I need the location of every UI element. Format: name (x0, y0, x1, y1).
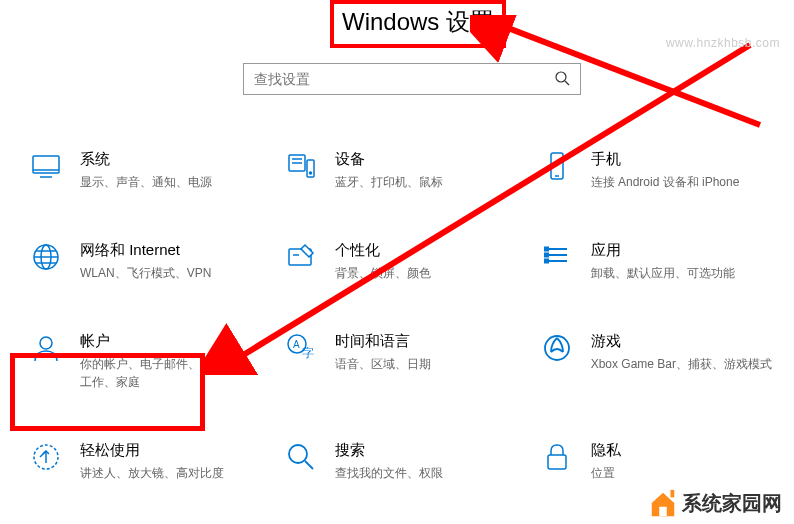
search-icon[interactable] (554, 70, 570, 89)
setting-phone[interactable]: 手机 连接 Android 设备和 iPhone (539, 150, 784, 191)
svg-rect-39 (671, 490, 675, 498)
gaming-icon (539, 332, 575, 368)
svg-rect-22 (545, 248, 548, 251)
search-input[interactable] (254, 71, 554, 87)
time-language-icon: A字 (283, 332, 319, 368)
setting-desc: 查找我的文件、权限 (335, 464, 518, 482)
apps-icon (539, 241, 575, 277)
svg-rect-38 (659, 507, 667, 516)
setting-desc: 卸载、默认应用、可选功能 (591, 264, 774, 282)
setting-search[interactable]: 搜索 查找我的文件、权限 (283, 441, 528, 482)
privacy-icon (539, 441, 575, 477)
setting-apps[interactable]: 应用 卸载、默认应用、可选功能 (539, 241, 784, 282)
setting-network[interactable]: 网络和 Internet WLAN、飞行模式、VPN (28, 241, 273, 282)
setting-personalization[interactable]: 个性化 背景、锁屏、颜色 (283, 241, 528, 282)
setting-system[interactable]: 系统 显示、声音、通知、电源 (28, 150, 273, 191)
search-box[interactable] (243, 63, 581, 95)
svg-point-25 (40, 337, 52, 349)
svg-text:字: 字 (302, 346, 314, 360)
setting-desc: 蓝牙、打印机、鼠标 (335, 173, 518, 191)
setting-title: 应用 (591, 241, 774, 260)
network-icon (28, 241, 64, 277)
svg-rect-33 (548, 455, 566, 469)
svg-line-1 (565, 81, 569, 85)
phone-icon (539, 150, 575, 186)
svg-rect-23 (545, 254, 548, 257)
setting-desc: Xbox Game Bar、捕获、游戏模式 (591, 355, 774, 373)
setting-title: 帐户 (80, 332, 263, 351)
setting-time-language[interactable]: A字 时间和语言 语音、区域、日期 (283, 332, 528, 391)
settings-grid: 系统 显示、声音、通知、电源 设备 蓝牙、打印机、鼠标 手机 连接 Androi… (28, 150, 784, 482)
setting-title: 网络和 Internet (80, 241, 263, 260)
personalization-icon (283, 241, 319, 277)
svg-rect-10 (551, 153, 563, 179)
ease-of-access-icon (28, 441, 64, 477)
setting-accounts[interactable]: 帐户 你的帐户、电子邮件、同步设置、工作、家庭 (28, 332, 273, 391)
setting-privacy[interactable]: 隐私 位置 (539, 441, 784, 482)
setting-desc: 显示、声音、通知、电源 (80, 173, 263, 191)
setting-title: 游戏 (591, 332, 774, 351)
accounts-icon (28, 332, 64, 368)
setting-title: 搜索 (335, 441, 518, 460)
page-title: Windows 设置 (342, 6, 494, 38)
setting-title: 手机 (591, 150, 774, 169)
setting-title: 时间和语言 (335, 332, 518, 351)
setting-title: 轻松使用 (80, 441, 263, 460)
setting-desc: 位置 (591, 464, 774, 482)
house-icon (648, 488, 678, 518)
setting-ease-of-access[interactable]: 轻松使用 讲述人、放大镜、高对比度 (28, 441, 273, 482)
devices-icon (283, 150, 319, 186)
setting-devices[interactable]: 设备 蓝牙、打印机、鼠标 (283, 150, 528, 191)
setting-desc: 连接 Android 设备和 iPhone (591, 173, 774, 191)
setting-title: 设备 (335, 150, 518, 169)
svg-point-0 (556, 72, 566, 82)
setting-gaming[interactable]: 游戏 Xbox Game Bar、捕获、游戏模式 (539, 332, 784, 391)
svg-point-7 (310, 172, 312, 174)
watermark-text: 系统家园网 (682, 490, 782, 517)
setting-desc: 讲述人、放大镜、高对比度 (80, 464, 263, 482)
svg-point-29 (545, 336, 569, 360)
svg-text:A: A (293, 339, 300, 350)
setting-desc: 语音、区域、日期 (335, 355, 518, 373)
svg-point-31 (289, 445, 307, 463)
setting-desc: 背景、锁屏、颜色 (335, 264, 518, 282)
setting-desc: 你的帐户、电子邮件、同步设置、工作、家庭 (80, 355, 263, 391)
setting-title: 隐私 (591, 441, 774, 460)
setting-title: 系统 (80, 150, 263, 169)
system-icon (28, 150, 64, 186)
watermark-logo: 系统家园网 (644, 486, 786, 520)
setting-desc: WLAN、飞行模式、VPN (80, 264, 263, 282)
svg-line-32 (305, 461, 313, 469)
setting-title: 个性化 (335, 241, 518, 260)
watermark-url: www.hnzkhbsb.com (666, 36, 780, 50)
search-setting-icon (283, 441, 319, 477)
title-highlight-box: Windows 设置 (330, 0, 506, 48)
svg-rect-24 (545, 260, 548, 263)
